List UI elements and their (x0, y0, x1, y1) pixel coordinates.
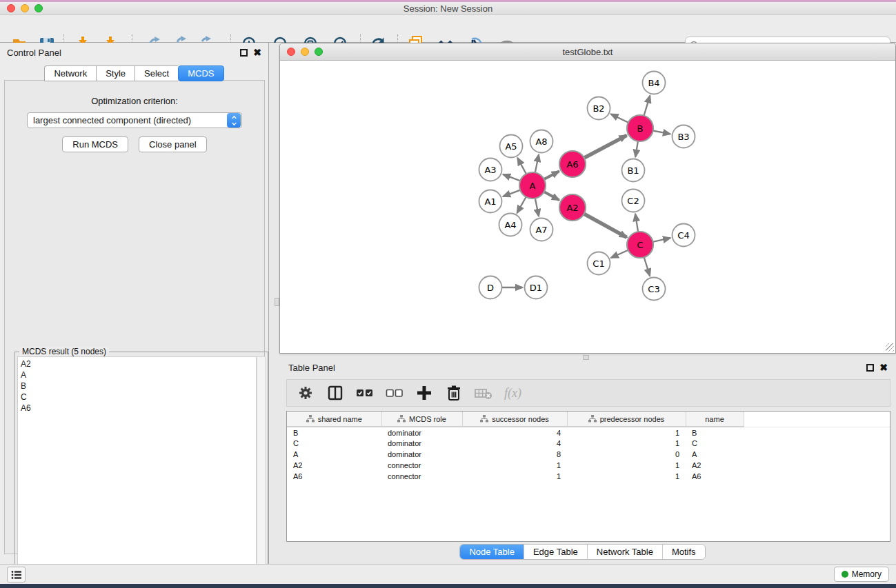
table-row[interactable]: Bdominator41B (287, 427, 890, 438)
delete-column-icon[interactable] (445, 384, 463, 402)
table-cell[interactable]: connector (381, 460, 462, 471)
table-cell[interactable]: 1 (462, 460, 567, 471)
run-mcds-button[interactable]: Run MCDS (62, 136, 128, 152)
memory-status-icon (842, 571, 848, 578)
result-list-item[interactable]: A6 (21, 403, 256, 414)
graph-node-label: B3 (677, 132, 689, 142)
graph-node-label: B (637, 123, 644, 134)
table-cell[interactable]: A (686, 449, 744, 460)
memory-button[interactable]: Memory (834, 567, 889, 582)
show-columns-icon[interactable] (326, 384, 344, 402)
column-header-shared-name[interactable]: shared name (287, 412, 381, 427)
session-title: Session: New Session (0, 3, 896, 14)
select-all-icon[interactable] (356, 384, 374, 402)
table-cell[interactable]: connector (381, 471, 462, 482)
column-header-name[interactable]: name (686, 412, 744, 427)
column-header-successor-nodes[interactable]: successor nodes (462, 412, 567, 427)
status-bar: Memory (0, 564, 896, 584)
graph-node-label: A2 (566, 203, 578, 213)
tab-motifs[interactable]: Motifs (663, 545, 705, 559)
table-options-icon[interactable] (297, 384, 315, 402)
table-row[interactable]: Cdominator41C (287, 438, 890, 449)
tab-edge-table[interactable]: Edge Table (524, 545, 588, 559)
tab-mcds[interactable]: MCDS (178, 65, 223, 81)
table-toolbar: f(x) (286, 379, 890, 407)
delete-table-icon[interactable] (475, 384, 492, 402)
table-cell[interactable]: A (287, 449, 381, 460)
graph-node-label: C3 (648, 284, 659, 294)
function-builder-icon[interactable]: f(x) (504, 386, 521, 401)
column-header-filler (744, 412, 890, 427)
graph-node-label: A3 (484, 165, 496, 175)
network-view-window: testGlobe.txt B4B2BB3A8A5A6B1A3AA1C2A2A4… (279, 43, 896, 354)
mcds-result-list[interactable]: A2ABCA6 (17, 356, 257, 587)
network-canvas[interactable]: B4B2BB3A8A5A6B1A3AA1C2A2A4A7C4CC1C3DD1 (280, 61, 895, 350)
close-table-panel-icon[interactable]: ✖ (879, 364, 888, 372)
result-list-item[interactable]: A (21, 369, 256, 381)
table-cell[interactable]: 1 (567, 427, 686, 438)
table-cell[interactable]: C (686, 438, 744, 449)
table-cell[interactable]: 0 (567, 449, 686, 460)
shared-column-icon (306, 415, 315, 423)
network-title: testGlobe.txt (280, 47, 895, 57)
tab-node-table[interactable]: Node Table (460, 545, 524, 559)
result-list-item[interactable]: C (21, 392, 256, 403)
mcds-result-groupbox: MCDS result (5 nodes) A2ABCA6 (14, 352, 268, 588)
criterion-dropdown[interactable]: largest connected component (directed) (27, 112, 242, 128)
main-right-region: testGlobe.txt B4B2BB3A8A5A6B1A3AA1C2A2A4… (269, 43, 896, 564)
graph-node-label: A6 (566, 159, 578, 170)
main-toolbar (0, 15, 896, 43)
result-scrollbar[interactable] (257, 356, 266, 587)
float-panel-icon[interactable] (240, 49, 248, 57)
add-column-icon[interactable] (415, 384, 433, 402)
table-cell[interactable]: A6 (287, 471, 381, 482)
show-task-history-button[interactable] (7, 567, 26, 582)
table-tabs: Node Table Edge Table Network Table Moti… (269, 544, 896, 560)
table-cell[interactable]: 1 (567, 471, 686, 482)
table-cell[interactable]: B (686, 427, 744, 438)
table-cell[interactable]: 1 (567, 438, 686, 449)
table-cell[interactable]: A2 (287, 460, 381, 471)
table-row[interactable]: A2connector11A2 (287, 460, 890, 471)
mcds-tab-content: Optimization criterion: largest connecte… (4, 80, 265, 554)
table-cell[interactable]: 1 (567, 460, 686, 471)
table-row[interactable]: Adominator80A (287, 449, 890, 460)
graph-node-label: A5 (505, 141, 517, 152)
control-panel: Control Panel ✖ Network Style Select MCD… (0, 43, 269, 564)
deselect-all-icon[interactable] (386, 384, 404, 402)
network-graph[interactable]: B4B2BB3A8A5A6B1A3AA1C2A2A4A7C4CC1C3DD1 (280, 61, 895, 350)
graph-node-label: A4 (504, 220, 516, 230)
table-row[interactable]: A6connector11A6 (287, 471, 890, 482)
network-window-titlebar[interactable]: testGlobe.txt (280, 43, 895, 61)
tab-select[interactable]: Select (135, 65, 178, 81)
table-cell[interactable]: A2 (686, 460, 744, 471)
mcds-result-title: MCDS result (5 nodes) (19, 347, 109, 356)
column-header-predecessor-nodes[interactable]: predecessor nodes (567, 412, 686, 427)
tab-style[interactable]: Style (96, 65, 135, 81)
close-panel-button[interactable]: Close panel (139, 136, 207, 152)
table-cell[interactable]: dominator (381, 427, 462, 438)
table-cell[interactable]: 8 (462, 449, 567, 460)
close-panel-icon[interactable]: ✖ (253, 49, 261, 57)
table-cell[interactable]: 4 (462, 427, 567, 438)
graph-node-label: C (637, 240, 643, 250)
graph-node-label: C2 (627, 196, 639, 206)
result-list-item[interactable]: B (21, 381, 256, 392)
result-list-item[interactable]: A2 (21, 358, 256, 369)
column-header-mcds-role[interactable]: MCDS role (381, 412, 462, 427)
float-table-panel-icon[interactable] (866, 364, 874, 372)
table-cell[interactable]: B (287, 427, 381, 438)
graph-node-label: A8 (535, 136, 547, 147)
table-cell[interactable]: 4 (462, 438, 567, 449)
graph-node-label: A7 (535, 225, 547, 235)
table-cell[interactable]: dominator (381, 438, 462, 449)
shared-column-icon (480, 415, 488, 423)
table-cell[interactable]: 1 (462, 471, 567, 482)
window-resize-grip[interactable] (886, 343, 894, 352)
tab-network-table[interactable]: Network Table (588, 545, 663, 559)
vertical-splitter-handle[interactable] (275, 298, 279, 306)
table-cell[interactable]: dominator (381, 449, 462, 460)
table-cell[interactable]: C (287, 438, 381, 449)
tab-network[interactable]: Network (44, 65, 96, 81)
table-cell[interactable]: A6 (686, 471, 744, 482)
